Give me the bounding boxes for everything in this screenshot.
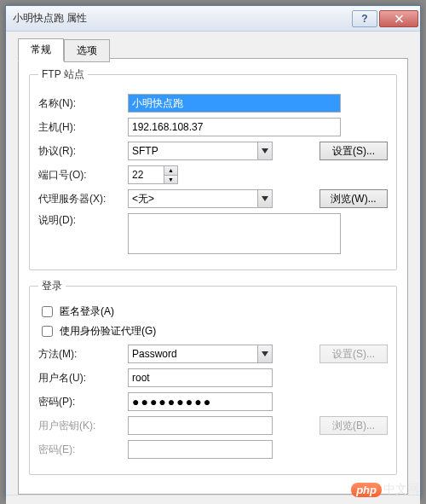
desc-textarea[interactable] <box>128 213 341 254</box>
name-input[interactable] <box>128 94 341 113</box>
spinner-down-icon[interactable]: ▼ <box>164 176 177 184</box>
username-label: 用户名(U): <box>38 371 128 385</box>
ftp-legend: FTP 站点 <box>38 67 88 82</box>
protocol-label: 协议(R): <box>38 144 128 159</box>
userkey-browse-button: 浏览(B)... <box>320 416 388 435</box>
anonymous-checkbox[interactable] <box>42 306 53 317</box>
useauth-checkbox[interactable] <box>42 326 53 337</box>
desc-label: 说明(D): <box>38 213 128 228</box>
window-title: 小明快点跑 属性 <box>13 11 350 26</box>
titlebar: 小明快点跑 属性 ? <box>6 6 420 32</box>
useauth-checkbox-row[interactable]: 使用身份验证代理(G) <box>38 323 388 339</box>
help-button[interactable]: ? <box>352 10 377 27</box>
spinner-up-icon[interactable]: ▲ <box>164 166 177 176</box>
close-button[interactable] <box>379 10 418 27</box>
login-legend: 登录 <box>38 279 66 293</box>
host-input[interactable] <box>128 118 341 136</box>
chevron-down-icon <box>257 142 272 159</box>
proxy-label: 代理服务器(X): <box>38 192 128 206</box>
userkey-input <box>128 416 273 435</box>
password-input[interactable] <box>128 392 273 411</box>
anonymous-label: 匿名登录(A) <box>60 304 114 319</box>
chevron-down-icon <box>257 345 272 362</box>
proxy-browse-button[interactable]: 浏览(W)... <box>320 189 388 208</box>
name-label: 名称(N): <box>38 96 128 111</box>
port-label: 端口号(O): <box>38 168 128 182</box>
userkey-label: 用户密钥(K): <box>38 419 128 433</box>
dialog-footer: 确定 取消 <box>6 495 420 504</box>
tab-general[interactable]: 常规 <box>18 38 64 61</box>
proxy-select[interactable]: <无> <box>128 189 273 208</box>
port-spinner[interactable]: ▲▼ <box>128 165 179 184</box>
username-input[interactable] <box>128 368 273 387</box>
chevron-down-icon <box>257 190 272 207</box>
anonymous-checkbox-row[interactable]: 匿名登录(A) <box>38 304 388 320</box>
properties-dialog: 小明快点跑 属性 ? 常规选项 FTP 站点 名称(N): 主机(H): <box>5 5 421 499</box>
protocol-settings-button[interactable]: 设置(S)... <box>320 142 388 160</box>
passcode-input <box>128 440 273 459</box>
password-label: 密码(P): <box>38 395 128 409</box>
method-select[interactable]: Password <box>128 345 273 363</box>
tab-options[interactable]: 选项 <box>64 39 110 62</box>
method-label: 方法(M): <box>38 347 128 362</box>
tab-panel: FTP 站点 名称(N): 主机(H): 协议(R): SFTP <box>18 58 408 495</box>
login-group: 登录 匿名登录(A) 使用身份验证代理(G) 方法(M): Password <box>29 279 397 475</box>
host-label: 主机(H): <box>38 120 128 135</box>
protocol-select[interactable]: SFTP <box>128 142 273 160</box>
port-input[interactable] <box>128 165 164 184</box>
passcode-label: 密码(E): <box>38 443 128 457</box>
ftp-site-group: FTP 站点 名称(N): 主机(H): 协议(R): SFTP <box>29 67 397 270</box>
tab-bar: 常规选项 <box>18 38 408 59</box>
useauth-label: 使用身份验证代理(G) <box>60 324 156 339</box>
method-settings-button: 设置(S)... <box>320 345 388 363</box>
